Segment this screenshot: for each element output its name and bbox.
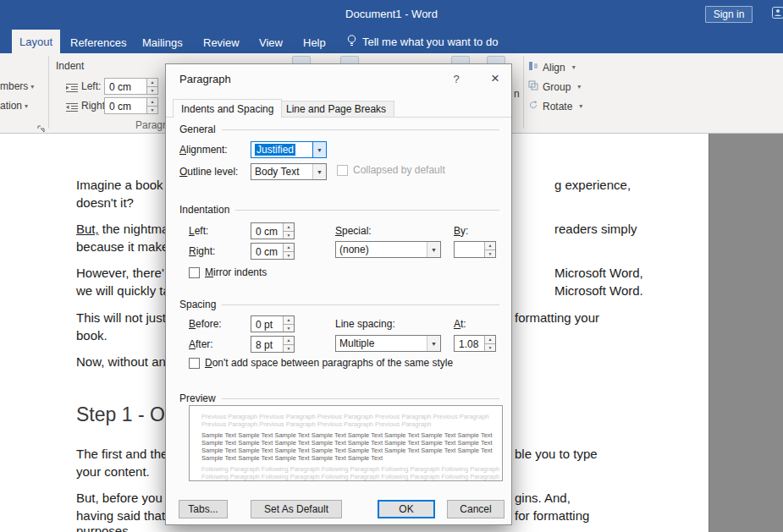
indent-right-icon [66,101,78,116]
at-value: 1.08 [459,338,478,350]
right-indent-spinner[interactable]: 0 cm ▲▼ [251,243,295,260]
spinner-arrows[interactable]: ▲▼ [283,316,294,332]
line-spacing-label: Line spacing: [335,318,395,330]
page-setup-dialog-launcher-icon[interactable] [37,122,46,137]
chevron-down-icon: ▾ [30,83,34,90]
preview-group-header: Preview [179,392,499,404]
ribbon-group-separator [48,56,49,129]
special-dropdown[interactable]: (none) ▼ [335,241,441,258]
spin-down-icon: ▼ [147,106,157,114]
spinner-arrows[interactable]: ▲▼ [146,98,157,113]
spin-down-icon: ▼ [284,324,294,332]
right-indent-value: 0 cm [256,246,278,258]
alignment-value: Justified [255,144,295,156]
chevron-down-icon: ▾ [572,63,576,71]
set-as-default-button[interactable]: Set As Default [251,500,342,518]
spin-up-icon: ▲ [284,337,294,344]
indent-group-label: Indent [56,60,84,72]
alignment-dropdown[interactable]: Justified ▼ [251,141,327,158]
checkbox-icon[interactable] [189,358,200,369]
preview-line: Sample Text Sample Text Sample Text Samp… [190,454,502,462]
before-spinner[interactable]: 0 pt ▲▼ [251,315,295,332]
preview-line: Following Paragraph Following Paragraph … [190,465,502,473]
window-title: Document1 - Word [0,8,783,20]
chevron-down-icon[interactable]: ▼ [427,242,440,257]
tabs-button[interactable]: Tabs... [179,500,228,518]
left-indent-value: 0 cm [256,226,278,238]
special-label: Special: [335,225,372,237]
rotate-button[interactable]: Rotate ▾ [528,100,582,112]
paragraph-group-label-fragment: Paragr [135,119,166,131]
spinner-arrows[interactable]: ▲▼ [484,336,495,351]
dont-add-space-checkbox[interactable]: Don't add space between paragraphs of th… [189,357,453,369]
after-spinner[interactable]: 8 pt ▲▼ [251,336,295,353]
document-heading-fragment: Step 1 - Op [76,403,176,426]
spin-down-icon: ▼ [284,344,294,353]
tell-me-search[interactable]: Tell me what you want to do [362,36,498,48]
spinner-arrows[interactable]: ▲▼ [283,337,294,352]
outline-level-dropdown[interactable]: Body Text ▼ [251,163,327,180]
before-label: Before: [189,318,222,330]
spinner-arrows[interactable]: ▲▼ [146,79,157,94]
spin-up-icon: ▲ [485,336,495,343]
hyphenation-button-fragment[interactable]: ation▾ [0,100,28,112]
general-group-header: General [179,123,499,135]
group-button[interactable]: Group ▾ [528,80,581,93]
close-icon[interactable]: × [486,69,505,88]
spin-up-icon: ▲ [284,244,294,251]
account-avatar-icon[interactable] [772,7,783,22]
lightbulb-icon [346,34,357,51]
by-label: By: [454,225,468,237]
tab-line-and-page-breaks[interactable]: Line and Page Breaks [278,101,394,118]
line-numbers-button-fragment[interactable]: mbers▾ [0,80,34,92]
group-label: Group [543,81,571,93]
chevron-down-icon[interactable]: ▼ [312,164,326,179]
at-spinner[interactable]: 1.08 ▲▼ [454,335,496,352]
alignment-label: Alignment: [179,144,228,156]
line-spacing-value: Multiple [339,337,374,349]
left-indent-spinner[interactable]: 0 cm ▲▼ [251,222,295,239]
sign-in-button[interactable]: Sign in [705,6,753,23]
line-spacing-dropdown[interactable]: Multiple ▼ [335,335,441,352]
tab-mailings[interactable]: Mailings [142,36,183,49]
help-button[interactable]: ? [449,71,464,86]
chevron-down-icon[interactable]: ▼ [427,336,440,351]
tab-review[interactable]: Review [203,36,240,49]
checkbox-icon [337,165,348,176]
tab-layout[interactable]: Layout [12,30,60,53]
tab-view[interactable]: View [259,36,283,49]
chevron-down-icon[interactable]: ▼ [312,142,326,157]
ok-button[interactable]: OK [378,500,435,518]
spinner-arrows[interactable]: ▲▼ [283,223,294,239]
spin-down-icon: ▼ [485,343,495,352]
indent-left-icon [66,81,78,96]
rotate-label: Rotate [543,101,572,112]
spin-down-icon: ▼ [485,250,495,258]
ribbon-group-separator [523,56,524,129]
spinner-arrows[interactable]: ▲▼ [283,244,294,259]
paragraph-dialog: Paragraph ? × Indents and Spacing Line a… [165,63,512,525]
tab-indents-and-spacing[interactable]: Indents and Spacing [173,99,282,118]
spin-up-icon: ▲ [485,242,495,250]
indent-right-input[interactable]: 0 cm ▲▼ [104,97,158,114]
by-spinner[interactable]: ▲▼ [454,241,496,258]
outline-level-value: Body Text [255,166,299,178]
spinner-arrows[interactable]: ▲▼ [484,242,495,257]
indent-left-value: 0 cm [109,81,131,93]
indent-left-label: Left: [81,80,101,92]
preview-line: Previous Paragraph Previous Paragraph Pr… [190,413,502,420]
tab-help[interactable]: Help [303,36,326,49]
hyphenation-label: ation [0,100,22,112]
preview-line: Sample Text Sample Text Sample Text Samp… [190,439,502,447]
before-value: 0 pt [256,319,273,331]
indent-left-input[interactable]: 0 cm ▲▼ [104,78,158,95]
mirror-indents-checkbox[interactable]: Mirror indents [189,266,267,278]
cancel-button[interactable]: Cancel [447,500,505,518]
preview-line: Following Paragraph Following Paragraph … [190,473,502,480]
spin-up-icon: ▲ [147,79,157,86]
checkbox-icon[interactable] [189,267,200,278]
align-button[interactable]: Align ▾ [528,61,576,74]
spacing-group-header: Spacing [179,299,499,310]
tab-references[interactable]: References [70,36,126,49]
at-label: At: [454,318,466,330]
